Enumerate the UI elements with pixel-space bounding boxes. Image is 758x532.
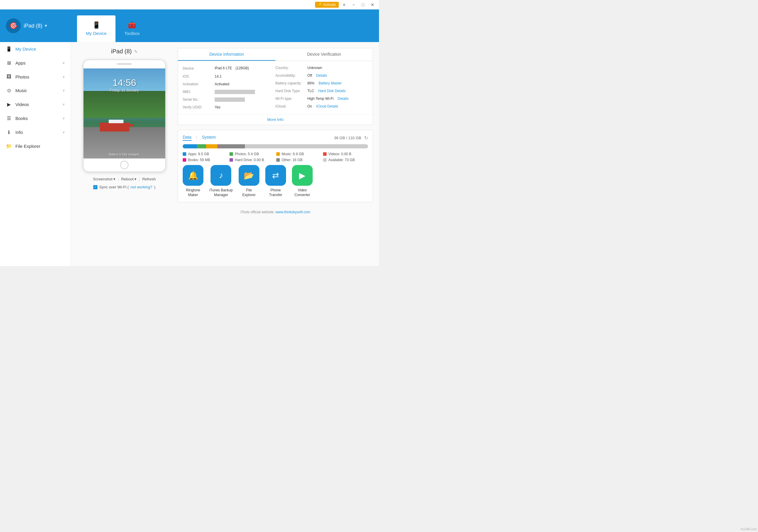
device-title-area: iPad (8) ✎ [111,48,138,55]
info-row-harddisk: Hard Disk Type: TLC Hard Disk Details [275,89,368,93]
left-panel: iPad (8) ✎ 14:56 Friday, 15 Janua [77,48,172,260]
video-converter-label: VideoConverter [294,188,310,197]
photos-chevron: ∨ [62,75,65,79]
sidebar-photos-label: Photos [16,74,59,79]
footer: iTools official website: www.thinkskysof… [178,207,373,217]
itunes-backup-button[interactable]: ♪ iTunes BackupManager [209,165,233,197]
legend-dot-harddrive [229,158,233,162]
storage-total-label: 36 GB / 110 GB [334,136,361,140]
screenshot-button[interactable]: Screenshot ▾ [93,177,116,181]
serial-value: ████████████ [215,97,245,102]
battery-master-link[interactable]: Battery Master [319,81,342,85]
minimize-button[interactable]: − [349,1,358,8]
sidebar-my-device-label: My Device [16,47,65,52]
tab-my-device[interactable]: 📱 My Device [77,16,116,42]
close-button[interactable]: ✕ [368,1,377,8]
device-actions: Screenshot ▾ | Reboot ▾ | Refresh [93,177,156,181]
bar-other [218,144,245,148]
screenshot-label: Screenshot [93,177,113,181]
edit-device-name-icon[interactable]: ✎ [134,49,138,54]
video-converter-button[interactable]: ▶ VideoConverter [292,165,313,197]
maximize-button[interactable]: □ [359,1,367,8]
menu-button[interactable]: ≡ [340,1,348,8]
refresh-button[interactable]: Refresh [142,177,156,181]
sidebar-item-videos[interactable]: ▶ Videos ∨ [0,97,71,111]
sidebar-videos-label: Videos [16,102,59,107]
sync-wifi-link[interactable]: not working? [131,185,153,189]
device-dropdown-arrow: ▼ [44,24,48,28]
sidebar-file-explorer-label: File Explorer [16,144,65,149]
ringtone-maker-button[interactable]: 🔔 RingtoneMaker [183,165,203,197]
sync-wifi-checkbox[interactable] [93,185,97,189]
sidebar-item-info[interactable]: ℹ Info ∨ [0,125,71,139]
activate-button[interactable]: 🔑 Activate [315,2,339,8]
storage-tab-data[interactable]: Data [183,135,191,141]
sidebar-item-books[interactable]: ☰ Books ∨ [0,111,71,125]
sidebar-item-photos[interactable]: 🖼 Photos ∨ [0,70,71,84]
wifi-label: Wi-Fi type: [275,96,305,101]
toolbox-tab-icon: 🧰 [128,21,136,29]
sidebar-item-music[interactable]: ⊙ Music ∨ [0,84,71,97]
info-row-imei: IMEI: ████████████████ [183,90,275,94]
header-nav: 📱 My Device 🧰 Toolbox [77,10,149,42]
storage-tab-system[interactable]: System [202,135,216,141]
video-converter-icon: ▶ [292,165,313,186]
file-explorer-button[interactable]: 📂 FileExplorer [239,165,259,197]
accessibility-details-link[interactable]: Details [316,73,327,78]
legend-dot-photos [229,152,233,156]
my-device-tab-label: My Device [86,31,107,36]
home-button [120,161,128,169]
itunes-backup-label: iTunes BackupManager [209,188,233,197]
info-row-device: Device: iPad 6 LTE (128GB) [183,66,275,71]
content-area: iPad (8) ✎ 14:56 Friday, 15 Janua [71,42,379,266]
phone-transfer-button[interactable]: ⇄ PhoneTransfer [265,165,286,197]
country-label: Country: [275,66,305,70]
legend-dot-books [183,158,186,162]
device-section: iPad (8) ✎ 14:56 Friday, 15 Janua [71,42,379,266]
storage-bar [183,144,368,148]
legend-dot-apps [183,152,186,156]
udid-value: Yes [215,105,221,109]
separator2: | [139,177,140,181]
storage-section: Data | System 36 GB / 110 GB ↻ [178,130,373,202]
footer-website-link[interactable]: www.thinkskysoft.com [276,210,310,214]
device-value: iPad 6 LTE (128GB) [215,66,249,71]
apps-chevron: ∨ [62,61,65,65]
books-chevron: ∨ [62,117,65,120]
storage-refresh-icon[interactable]: ↻ [364,135,368,141]
imei-label: IMEI: [183,90,212,94]
legend-harddrive: Hard Drive: 0.00 B [229,158,274,162]
device-selector[interactable]: iPad (8) ▼ [24,23,48,29]
legend-photos: Photos: 5.4 GB [229,152,274,156]
sidebar-item-my-device[interactable]: 📱 My Device [0,42,71,56]
sync-wifi-section: Sync over Wi-Fi ( not working? ) [93,185,155,189]
tab-toolbox[interactable]: 🧰 Toolbox [116,16,149,42]
icloud-value: On [307,104,312,108]
sidebar-item-apps[interactable]: ⊞ Apps ∨ [0,56,71,70]
my-device-tab-icon: 📱 [92,21,100,29]
info-row-serial: Serial No.: ████████████ [183,97,275,102]
books-icon: ☰ [6,116,12,121]
file-explorer-action-label: FileExplorer [243,188,256,197]
ios-label: iOS: [183,74,212,79]
apps-icon: ⊞ [6,60,12,66]
harddisk-details-link[interactable]: Hard Disk Details [318,89,346,93]
tab-device-information[interactable]: Device Information [178,48,275,61]
sidebar-item-file-explorer[interactable]: 📁 File Explorer [0,139,71,153]
legend-music: Music: 6.9 GB [276,152,321,156]
serial-label: Serial No.: [183,97,212,102]
device-screen: 14:56 Friday, 15 January Battery is full… [84,68,165,159]
itunes-backup-icon: ♪ [211,165,231,186]
more-info-button[interactable]: More Info [178,114,373,125]
accessibility-label: Accessibility: [275,73,305,78]
icloud-details-link[interactable]: iCloud Details [316,104,338,108]
videos-icon: ▶ [6,102,12,107]
wifi-details-link[interactable]: Details [337,96,349,101]
sync-wifi-close: ) [154,185,155,189]
refresh-label: Refresh [142,177,156,181]
reboot-button[interactable]: Reboot ▾ [121,177,136,181]
info-tabs: Device Information Device Verification [178,48,373,61]
ios-value: 14.1 [215,74,222,79]
tab-device-verification[interactable]: Device Verification [275,48,373,61]
udid-label: Verify UDID: [183,105,212,109]
